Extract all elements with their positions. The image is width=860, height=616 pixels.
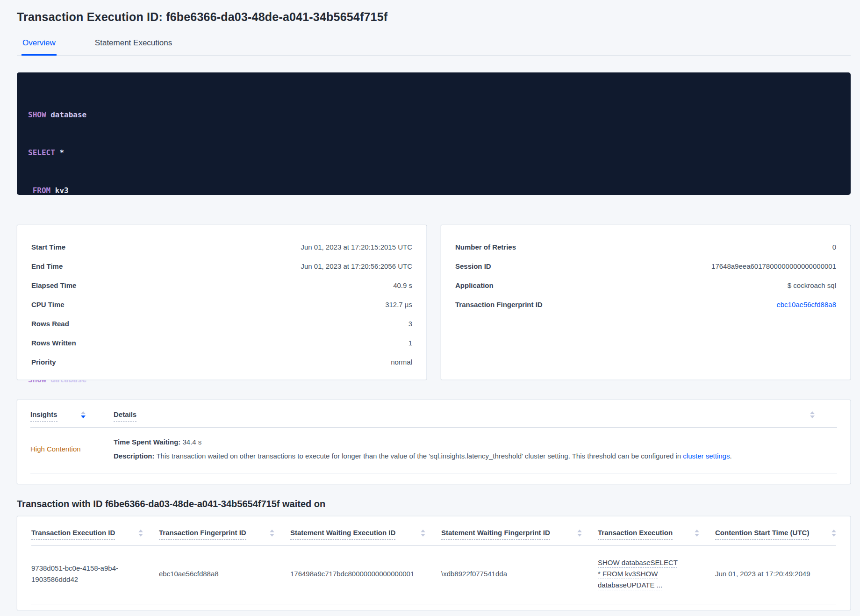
column-header-transaction-execution: Transaction Execution <box>598 529 715 540</box>
sql-line: SELECT * <box>28 146 839 159</box>
kv-label: Elapsed Time <box>31 281 76 289</box>
sort-down-icon <box>831 534 836 537</box>
time-spent-waiting-label: Time Spent Waiting: <box>114 438 180 446</box>
kv-value: normal <box>391 358 412 366</box>
kv-value: 1 <box>408 339 412 347</box>
cell-transaction-execution: SHOW databaseSELECT * FROM kv3SHOW datab… <box>598 557 715 591</box>
cell-transaction-execution-id: 9738d051-bc0e-4158-a9b4-1903586ddd42 <box>31 563 159 585</box>
cell-statement-waiting-execution-id: 176498a9c717bdc80000000000000001 <box>290 568 441 580</box>
kv-label: Session ID <box>455 262 491 270</box>
sort-down-icon <box>810 415 815 418</box>
tab-overview[interactable]: Overview <box>22 36 57 56</box>
cell-statement-waiting-fingerprint-id: \xdb8922f077541dda <box>441 568 598 580</box>
kv-value: Jun 01, 2023 at 17:20:15:2015 UTC <box>301 243 412 251</box>
summary-card-left: Start Time Jun 01, 2023 at 17:20:15:2015… <box>17 225 427 380</box>
column-header-statement-waiting-execution-id: Statement Waiting Execution ID <box>290 529 441 540</box>
sort-up-icon <box>81 411 86 414</box>
tab-bar: Overview Statement Executions <box>17 36 851 56</box>
kv-label: Rows Read <box>31 320 69 328</box>
kv-value: 3 <box>408 320 412 328</box>
kv-value: $ cockroach sql <box>788 281 836 289</box>
sort-icon[interactable] <box>831 530 836 537</box>
transaction-fingerprint-link[interactable]: ebc10ae56cfd88a8 <box>776 301 836 308</box>
details-column-label[interactable]: Details <box>114 410 136 422</box>
kv-value: Jun 01, 2023 at 17:20:56:2056 UTC <box>301 262 412 270</box>
sort-icon[interactable] <box>421 530 425 537</box>
sort-down-icon <box>81 415 86 418</box>
column-label[interactable]: Contention Start Time (UTC) <box>715 529 809 540</box>
sort-up-icon <box>270 530 274 532</box>
cluster-settings-link[interactable]: cluster settings <box>683 452 730 460</box>
summary-row-priority: Priority normal <box>31 352 412 372</box>
kv-label: Rows Written <box>31 339 76 347</box>
column-header-statement-waiting-fingerprint-id: Statement Waiting Fingerprint ID <box>441 529 598 540</box>
sql-text <box>28 186 33 195</box>
column-label[interactable]: Transaction Fingerprint ID <box>159 529 246 540</box>
column-label[interactable]: Statement Waiting Fingerprint ID <box>441 529 550 540</box>
insight-row: High Contention Time Spent Waiting: 34.4… <box>30 428 837 473</box>
summary-row-rows-written: Rows Written 1 <box>31 333 412 352</box>
column-header-transaction-execution-id: Transaction Execution ID <box>31 529 159 540</box>
summary-row-elapsed-time: Elapsed Time 40.9 s <box>31 276 412 295</box>
column-header-transaction-fingerprint-id: Transaction Fingerprint ID <box>159 529 290 540</box>
transaction-execution-link[interactable]: SHOW databaseSELECT * FROM kv3SHOW datab… <box>598 557 682 591</box>
column-label[interactable]: Transaction Execution ID <box>31 529 115 540</box>
summary-row-session-id: Session ID 17648a9eea6017800000000000000… <box>455 257 836 276</box>
kv-value: 17648a9eea6017800000000000000001 <box>711 262 836 270</box>
sort-icon[interactable] <box>810 411 815 418</box>
waited-on-table: Transaction Execution ID Transaction Fin… <box>17 516 851 610</box>
kv-label: Number of Retries <box>455 243 516 251</box>
description-label: Description: <box>114 452 155 460</box>
kv-label: End Time <box>31 262 63 270</box>
sql-text: * <box>55 148 64 157</box>
sort-up-icon <box>138 530 143 532</box>
sql-line: SHOW database <box>28 108 839 121</box>
kv-label: Transaction Fingerprint ID <box>455 301 543 308</box>
transaction-details-page: Transaction Execution ID: f6be6366-da03-… <box>0 0 860 616</box>
summary-row-cpu-time: CPU Time 312.7 µs <box>31 295 412 314</box>
sql-keyword: SELECT <box>28 148 55 157</box>
summary-row-rows-read: Rows Read 3 <box>31 314 412 333</box>
waited-on-table-row: 9738d051-bc0e-4158-a9b4-1903586ddd42 ebc… <box>31 546 836 604</box>
sort-icon[interactable] <box>138 530 143 537</box>
sql-statements-box: SHOW database SELECT * FROM kv3 SHOW dat… <box>17 72 851 195</box>
sql-identifier: database <box>46 110 87 119</box>
sort-up-icon <box>421 530 425 532</box>
insights-column-header: Insights <box>30 410 114 422</box>
summary-cards-row: Start Time Jun 01, 2023 at 17:20:15:2015… <box>17 225 851 380</box>
waited-on-table-header: Transaction Execution ID Transaction Fin… <box>31 516 836 546</box>
transaction-execution-id-value: 9738d051-bc0e-4158-a9b4-1903586ddd42 <box>31 563 125 585</box>
summary-row-application: Application $ cockroach sql <box>455 276 836 295</box>
insights-table-header: Insights Details <box>30 400 837 428</box>
sort-down-icon <box>695 534 699 537</box>
summary-card-right: Number of Retries 0 Session ID 17648a9ee… <box>441 225 851 380</box>
sql-line: FROM kv3 <box>28 184 839 197</box>
sql-text: kv3 <box>50 186 69 195</box>
kv-value: 0 <box>832 243 836 251</box>
sort-icon[interactable] <box>577 530 582 537</box>
summary-row-start-time: Start Time Jun 01, 2023 at 17:20:15:2015… <box>31 237 412 257</box>
column-label[interactable]: Statement Waiting Execution ID <box>290 529 395 540</box>
sort-icon[interactable] <box>270 530 274 537</box>
insights-column-label[interactable]: Insights <box>30 410 57 422</box>
column-label[interactable]: Transaction Execution <box>598 529 673 540</box>
summary-row-transaction-fingerprint-id: Transaction Fingerprint ID ebc10ae56cfd8… <box>455 295 836 314</box>
time-spent-waiting-value: 34.4 s <box>180 438 201 446</box>
kv-label: Priority <box>31 358 56 366</box>
sort-icon[interactable] <box>695 530 699 537</box>
sort-up-icon <box>831 530 836 532</box>
sort-icon[interactable] <box>81 411 86 418</box>
insight-details: Time Spent Waiting: 34.4 s Description: … <box>114 436 837 462</box>
tab-statement-executions[interactable]: Statement Executions <box>94 36 173 55</box>
description-text: This transaction waited on other transac… <box>155 452 683 460</box>
insights-table: Insights Details High Contention Time Sp… <box>17 400 851 484</box>
kv-value: 312.7 µs <box>385 301 412 308</box>
sort-down-icon <box>138 534 143 537</box>
sort-up-icon <box>577 530 582 532</box>
kv-label: Start Time <box>31 243 65 251</box>
sort-down-icon <box>270 534 274 537</box>
kv-value: 40.9 s <box>393 281 412 289</box>
description-period: . <box>730 452 731 460</box>
page-title: Transaction Execution ID: f6be6366-da03-… <box>17 9 851 24</box>
summary-row-end-time: End Time Jun 01, 2023 at 17:20:56:2056 U… <box>31 257 412 276</box>
